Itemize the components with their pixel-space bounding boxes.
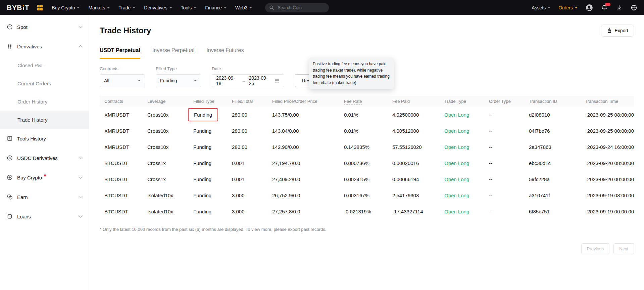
sidebar-item-derivatives[interactable]: Derivatives — [0, 37, 89, 56]
sidebar-item-tools-history[interactable]: Tools History — [0, 129, 89, 148]
nav-item-tools[interactable]: Tools — [177, 5, 201, 10]
tab-inverse-futures[interactable]: Inverse Futures — [206, 47, 244, 59]
cell-contracts: XMRUSDT — [100, 107, 143, 123]
sidebar-item-spot[interactable]: Spot — [0, 17, 89, 37]
nav-item-assets[interactable]: Assets — [532, 5, 550, 10]
fee-rate-tooltip-trigger[interactable]: Fee Rate — [344, 99, 362, 105]
loans-coins-icon — [7, 213, 13, 219]
cell-transaction-id: 2a347863 — [524, 139, 580, 155]
table-row: BTCUSDTCross1xFunding0.00127,194.7/0.00.… — [100, 155, 634, 171]
sidebar-item-current-orders[interactable]: Current Orders — [0, 74, 89, 92]
table-row: XMRUSDTCross10xFunding280.00143.04/0.000… — [100, 123, 634, 139]
apps-grid-icon[interactable] — [37, 5, 43, 10]
tab-usdt-perpetual[interactable]: USDT Perpetual — [100, 47, 140, 59]
date-filter-group: Date 2023-09-18 → 2023-09-25 — [212, 66, 284, 87]
cell-transaction-time: 2023-09-19 08:00:00 — [580, 187, 634, 203]
pagination: Previous Next — [100, 243, 634, 254]
coin-search[interactable] — [265, 3, 329, 12]
main-nav-menu: Buy Crypto Markets Trade Derivatives Too… — [47, 5, 256, 10]
cell-transaction-time: 2023-09-25 08:00:00 — [580, 107, 634, 123]
contracts-select[interactable]: All — [100, 74, 145, 87]
chevron-down-icon — [224, 7, 227, 8]
cell-leverage: Cross1x — [143, 155, 189, 171]
nav-item-finance[interactable]: Finance — [201, 5, 231, 10]
cell-filled-type: Funding — [189, 123, 227, 139]
cell-fee-rate: 0.000736% — [339, 155, 388, 171]
sidebar-item-buy-crypto[interactable]: Buy Crypto — [0, 168, 89, 187]
cell-transaction-time: 2023-09-25 00:00:00 — [580, 123, 634, 139]
cell-filled-total: 3.000 — [227, 187, 267, 203]
nav-item-markets[interactable]: Markets — [84, 5, 114, 10]
cell-trade-type: Open Long — [440, 107, 484, 123]
logo-i-mark — [23, 5, 24, 10]
cell-trade-type: Open Long — [440, 139, 484, 155]
chevron-down-icon — [79, 194, 82, 198]
nav-item-orders[interactable]: Orders — [558, 5, 578, 10]
export-button[interactable]: Export — [601, 25, 634, 37]
cell-order-type: -- — [484, 139, 524, 155]
trade-table-body: XMRUSDTCross10xFunding280.00143.75/0.000… — [100, 107, 634, 219]
sidebar-item-trade-history[interactable]: Trade History — [0, 111, 89, 129]
cell-fee-paid: -17.43327114 — [388, 203, 440, 219]
contracts-filter-group: Contracts All — [100, 66, 145, 87]
col-fee-rate: Fee Rate — [339, 96, 388, 107]
table-row: XMRUSDTCross10xFunding280.00143.75/0.000… — [100, 107, 634, 123]
derivatives-candles-icon — [7, 43, 13, 49]
cell-filled-type: Funding — [189, 107, 227, 123]
cell-contracts: BTCUSDT — [100, 155, 143, 171]
tools-history-icon — [7, 135, 13, 141]
cell-transaction-time: 2023-09-20 08:00:00 — [580, 155, 634, 171]
cell-leverage: Cross1x — [143, 171, 189, 187]
top-navbar: BYBT Buy Crypto Markets Trade Derivative… — [0, 0, 644, 15]
search-icon — [269, 5, 274, 10]
chevron-down-icon — [575, 7, 578, 8]
cell-fee-paid: 4.02500000 — [388, 107, 440, 123]
nav-item-buy-crypto[interactable]: Buy Crypto — [47, 5, 84, 10]
cell-filled-total: 3.000 — [227, 203, 267, 219]
sidebar-item-order-history[interactable]: Order History — [0, 92, 89, 111]
table-row: XMRUSDTCross10xFunding280.00142.90/0.000… — [100, 139, 634, 155]
filled-type-select[interactable]: Funding — [156, 74, 201, 87]
col-filled-price-order-price: Filled Price/Order Price — [267, 96, 339, 107]
cell-order-type: -- — [484, 123, 524, 139]
nav-item-derivatives[interactable]: Derivatives — [140, 5, 176, 10]
globe-language-icon[interactable] — [631, 4, 637, 11]
sidebar-item-usdc-derivatives[interactable]: USDC Derivatives — [0, 148, 89, 168]
chevron-down-icon — [79, 155, 82, 159]
records-note: * Only the latest 10,000 records from th… — [100, 227, 634, 232]
cell-trade-type: Open Long — [440, 187, 484, 203]
chevron-down-icon — [107, 7, 110, 8]
filled-type-filter-label: Filled Type — [156, 66, 201, 71]
cell-filled-price: 27,194.7/0.0 — [267, 155, 339, 171]
nav-item-web3[interactable]: Web3 — [231, 5, 256, 10]
sidebar-item-closed-pnl[interactable]: Closed P&L — [0, 56, 89, 74]
download-icon[interactable] — [616, 4, 623, 11]
earn-coins-icon — [7, 194, 13, 200]
cell-fee-paid: 4.00512000 — [388, 123, 440, 139]
cell-contracts: XMRUSDT — [100, 139, 143, 155]
cell-order-type: -- — [484, 171, 524, 187]
notification-bell-icon[interactable] — [601, 4, 608, 11]
chevron-down-icon — [169, 7, 172, 8]
bybit-logo[interactable]: BYBT — [7, 4, 29, 12]
cell-leverage: Cross10x — [143, 139, 189, 155]
col-filled-type: Filled Type — [189, 96, 227, 107]
previous-button[interactable]: Previous — [581, 243, 610, 254]
chevron-down-icon — [133, 7, 135, 8]
cell-transaction-id: d2f08010 — [524, 107, 580, 123]
search-input[interactable] — [277, 5, 325, 10]
chevron-down-icon — [138, 80, 141, 81]
cell-transaction-time: 2023-09-24 16:00:00 — [580, 139, 634, 155]
tab-inverse-perpetual[interactable]: Inverse Perpetual — [152, 47, 194, 59]
sidebar-item-loans[interactable]: Loans — [0, 207, 89, 226]
filled-type-filter-group: Filled Type Funding — [156, 66, 201, 87]
logo-text-post: T — [25, 4, 29, 12]
date-range-picker[interactable]: 2023-09-18 → 2023-09-25 — [212, 74, 284, 87]
sidebar-item-earn[interactable]: Earn — [0, 187, 89, 207]
chevron-down-icon — [79, 24, 82, 28]
avatar[interactable] — [586, 4, 593, 11]
nav-item-trade[interactable]: Trade — [114, 5, 140, 10]
table-row: BTCUSDTIsolated10xFunding3.00027,257.8/0… — [100, 203, 634, 219]
next-button[interactable]: Next — [613, 243, 634, 254]
col-transaction-time: Transaction Time — [580, 96, 634, 107]
